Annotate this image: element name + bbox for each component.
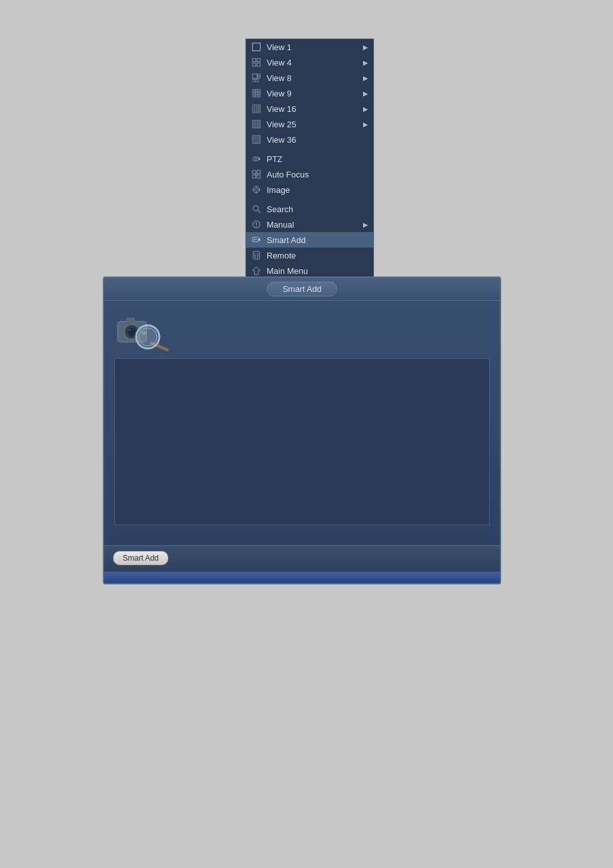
svg-rect-10 bbox=[253, 89, 254, 91]
svg-marker-75 bbox=[253, 267, 260, 275]
menu-item-view8[interactable]: View 8 ▶ bbox=[246, 70, 373, 86]
dialog-footer: Smart Add bbox=[104, 545, 500, 572]
svg-rect-51 bbox=[253, 175, 256, 178]
menu-item-manual[interactable]: Manual ▶ bbox=[246, 217, 373, 232]
svg-rect-4 bbox=[257, 63, 260, 66]
svg-rect-1 bbox=[253, 59, 256, 62]
search-icon bbox=[250, 204, 263, 214]
remote-icon bbox=[250, 250, 263, 260]
menu-item-manual-label: Manual bbox=[267, 220, 294, 230]
svg-rect-9 bbox=[256, 79, 258, 82]
svg-point-48 bbox=[255, 158, 257, 160]
menu-item-smartadd-label: Smart Add bbox=[267, 235, 306, 245]
svg-rect-2 bbox=[257, 59, 260, 62]
menu-item-view25[interactable]: View 25 ▶ bbox=[246, 116, 373, 132]
menu-item-view36-label: View 36 bbox=[267, 135, 296, 145]
view16-arrow: ▶ bbox=[363, 105, 368, 113]
view1-icon bbox=[250, 42, 263, 52]
menu-item-smartadd[interactable]: Smart Add bbox=[246, 232, 373, 248]
mainmenu-icon bbox=[250, 266, 263, 276]
svg-rect-15 bbox=[258, 93, 260, 95]
svg-rect-82 bbox=[126, 318, 135, 322]
manual-icon bbox=[250, 219, 263, 230]
svg-rect-5 bbox=[253, 74, 257, 78]
svg-rect-45 bbox=[253, 136, 260, 143]
menu-item-search[interactable]: Search bbox=[246, 201, 373, 217]
view4-arrow: ▶ bbox=[363, 59, 368, 66]
context-menu: View 1 ▶ View 4 ▶ View 8 ▶ bbox=[245, 39, 374, 279]
view8-arrow: ▶ bbox=[363, 75, 368, 82]
svg-rect-13 bbox=[253, 93, 254, 95]
svg-point-87 bbox=[141, 331, 147, 335]
svg-rect-12 bbox=[258, 89, 260, 91]
view25-icon bbox=[250, 119, 263, 129]
menu-item-ptz[interactable]: PTZ bbox=[246, 151, 373, 167]
svg-rect-49 bbox=[253, 170, 256, 174]
smart-add-button[interactable]: Smart Add bbox=[113, 551, 168, 565]
dialog-title: Smart Add bbox=[267, 282, 338, 296]
menu-item-search-label: Search bbox=[267, 204, 293, 214]
menu-item-view4-label: View 4 bbox=[267, 58, 292, 68]
svg-rect-50 bbox=[257, 170, 260, 174]
svg-rect-25 bbox=[253, 105, 260, 113]
menu-item-view1-label: View 1 bbox=[267, 42, 292, 52]
dialog-titlebar: Smart Add bbox=[104, 278, 500, 301]
menu-item-mainmenu-label: Main Menu bbox=[267, 266, 308, 276]
view1-arrow: ▶ bbox=[363, 44, 368, 51]
menu-item-view16-label: View 16 bbox=[267, 104, 296, 114]
manual-arrow: ▶ bbox=[363, 221, 368, 228]
smart-add-dialog: Smart Add bbox=[103, 276, 501, 584]
view16-icon bbox=[250, 104, 263, 114]
svg-rect-8 bbox=[253, 79, 255, 82]
menu-item-autofocus[interactable]: Auto Focus bbox=[246, 167, 373, 182]
dialog-body bbox=[104, 301, 500, 545]
view36-icon bbox=[250, 134, 263, 145]
menu-item-view9[interactable]: View 9 ▶ bbox=[246, 86, 373, 101]
svg-rect-46 bbox=[253, 157, 258, 161]
svg-point-64 bbox=[256, 226, 257, 227]
svg-rect-72 bbox=[257, 255, 258, 257]
svg-line-61 bbox=[258, 210, 260, 213]
svg-rect-6 bbox=[258, 74, 260, 76]
menu-item-view16[interactable]: View 16 ▶ bbox=[246, 101, 373, 116]
svg-point-53 bbox=[255, 173, 258, 176]
svg-rect-14 bbox=[256, 93, 258, 95]
image-icon bbox=[250, 185, 263, 195]
svg-rect-0 bbox=[253, 43, 260, 51]
svg-rect-74 bbox=[257, 257, 258, 258]
menu-item-remote[interactable]: Remote bbox=[246, 248, 373, 263]
camera-magnifier-icon bbox=[114, 310, 172, 352]
menu-item-view25-label: View 25 bbox=[267, 120, 296, 129]
svg-rect-69 bbox=[253, 251, 260, 259]
search-results-box bbox=[114, 358, 490, 525]
svg-rect-73 bbox=[254, 257, 256, 258]
menu-item-view4[interactable]: View 4 ▶ bbox=[246, 55, 373, 70]
svg-rect-52 bbox=[257, 175, 260, 178]
svg-rect-3 bbox=[253, 63, 256, 66]
svg-point-55 bbox=[255, 188, 258, 192]
svg-rect-16 bbox=[253, 95, 254, 97]
menu-item-view1[interactable]: View 1 ▶ bbox=[246, 39, 373, 55]
autofocus-icon bbox=[250, 169, 263, 179]
svg-rect-7 bbox=[258, 77, 260, 78]
ptz-icon bbox=[250, 154, 263, 164]
svg-rect-11 bbox=[256, 89, 258, 91]
dialog-bottom-bar bbox=[104, 572, 500, 583]
menu-item-autofocus-label: Auto Focus bbox=[267, 170, 309, 179]
menu-item-image-label: Image bbox=[267, 185, 290, 195]
view4-icon bbox=[250, 57, 263, 68]
menu-item-view9-label: View 9 bbox=[267, 89, 292, 98]
svg-rect-18 bbox=[258, 95, 260, 97]
view9-icon bbox=[250, 88, 263, 98]
menu-item-view36[interactable]: View 36 bbox=[246, 132, 373, 147]
view9-arrow: ▶ bbox=[363, 90, 368, 97]
svg-rect-17 bbox=[256, 95, 258, 97]
view8-icon bbox=[250, 73, 263, 83]
menu-item-image[interactable]: Image bbox=[246, 182, 373, 197]
svg-rect-71 bbox=[254, 255, 256, 257]
camera-search-icon-area bbox=[114, 310, 490, 352]
menu-item-view8-label: View 8 bbox=[267, 73, 292, 83]
view25-arrow: ▶ bbox=[363, 121, 368, 128]
svg-point-60 bbox=[253, 206, 258, 211]
menu-item-ptz-label: PTZ bbox=[267, 154, 283, 164]
